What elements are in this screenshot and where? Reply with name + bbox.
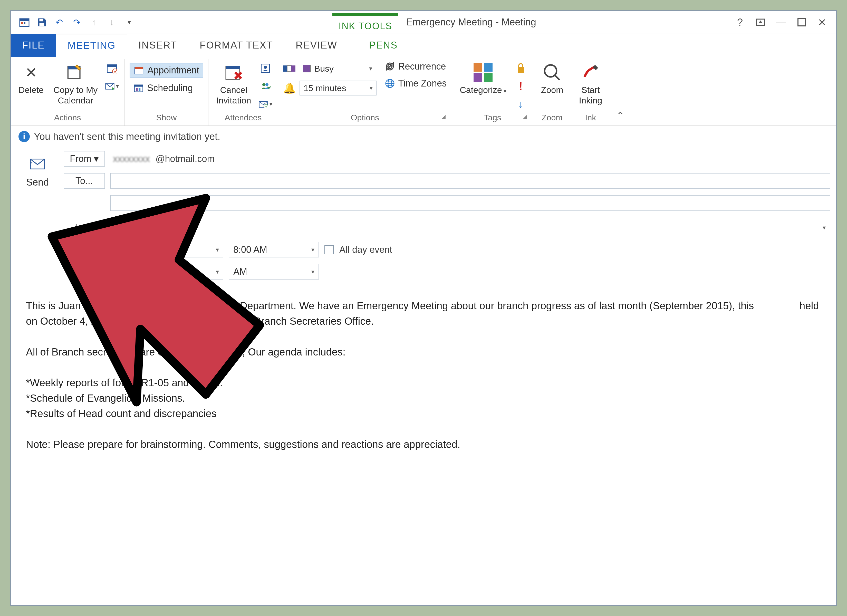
time-zones-button[interactable]: Time Zones	[385, 78, 447, 89]
group-zoom-label: Zoom	[539, 111, 566, 124]
svg-rect-7	[798, 19, 805, 26]
group-options-label[interactable]: Options	[283, 111, 447, 124]
redo-icon[interactable]: ↷	[71, 16, 83, 28]
show-as-value: Busy	[314, 64, 333, 74]
prev-item-icon: ↑	[88, 16, 100, 28]
end-time-combo[interactable]: AM▾	[229, 264, 319, 279]
from-account-domain: @hotmail.com	[155, 154, 215, 164]
cancel-invitation-icon	[223, 62, 244, 83]
info-icon: i	[18, 131, 30, 142]
subject-field[interactable]	[111, 195, 830, 211]
show-as-combo[interactable]: Busy ▾	[299, 61, 376, 76]
info-text: You haven't sent this meeting invitation…	[34, 131, 220, 142]
delete-button[interactable]: ✕ Delete	[16, 61, 46, 96]
group-ink-label: Ink	[577, 111, 605, 124]
svg-rect-30	[291, 65, 295, 72]
close-icon[interactable]: ✕	[816, 16, 829, 29]
group-options: Busy ▾ 🔔 15 minutes ▾	[278, 59, 452, 126]
from-account-blurred: xxxxxxxx	[111, 154, 150, 164]
categorize-icon	[473, 62, 493, 83]
scheduling-label: Scheduling	[147, 83, 193, 93]
svg-rect-11	[107, 65, 117, 67]
svg-point-34	[544, 65, 557, 77]
forward-mini-button[interactable]	[105, 79, 119, 93]
group-tags-label[interactable]: Tags	[457, 111, 528, 124]
to-button[interactable]: To...	[63, 173, 105, 189]
message-body[interactable]: This is Juan D. Smith Local Se f KHM Dep…	[17, 290, 830, 599]
undo-icon[interactable]: ↶	[53, 16, 65, 28]
zoom-icon	[542, 62, 562, 83]
calendar-mini-button[interactable]	[105, 61, 119, 75]
tab-meeting[interactable]: MEETING	[56, 34, 127, 57]
scheduling-icon	[133, 83, 144, 93]
svg-rect-1	[20, 19, 29, 21]
ink-tools-contextual-tab: INK TOOLS	[332, 13, 398, 32]
private-mini-button[interactable]	[514, 61, 528, 75]
svg-rect-21	[226, 66, 240, 69]
appointment-button[interactable]: Appointment	[130, 63, 203, 77]
svg-rect-2	[21, 22, 23, 24]
start-time-combo[interactable]: 8:00 AM▾	[229, 242, 319, 257]
low-importance-mini-button[interactable]: ↓	[514, 97, 528, 111]
svg-rect-19	[139, 88, 140, 91]
window-title: Emergency Meeting - Meeting	[406, 17, 536, 28]
recurrence-button[interactable]: Recurrence	[385, 61, 447, 72]
high-importance-mini-button[interactable]: !	[514, 79, 528, 93]
address-book-mini-button[interactable]	[258, 61, 273, 75]
qat-customize-icon[interactable]: ▾	[123, 16, 135, 28]
location-label: Location	[63, 222, 110, 233]
globe-icon	[385, 78, 395, 89]
tab-insert[interactable]: INSERT	[127, 34, 188, 57]
categorize-button[interactable]: Categorize	[457, 61, 509, 96]
zoom-button[interactable]: Zoom	[539, 61, 566, 96]
title-center: INK TOOLS Emergency Meeting - Meeting	[135, 13, 733, 32]
reminder-icon: 🔔	[283, 82, 296, 94]
copy-to-calendar-label: Copy to My Calendar	[53, 85, 97, 106]
location-combo[interactable]: ▾	[115, 220, 830, 235]
cancel-invitation-button[interactable]: Cancel Invitation	[214, 61, 254, 107]
end-date-combo[interactable]: ▾	[115, 264, 223, 279]
send-icon	[30, 158, 45, 172]
maximize-icon[interactable]	[795, 16, 808, 29]
response-options-mini-button[interactable]	[258, 97, 273, 111]
svg-rect-5	[40, 22, 44, 25]
tab-review[interactable]: REVIEW	[284, 34, 348, 57]
start-date-combo[interactable]: ▾	[115, 242, 223, 257]
copy-to-calendar-button[interactable]: Copy to My Calendar	[51, 61, 100, 107]
group-show-label: Show	[130, 111, 203, 124]
send-button[interactable]: Send	[17, 150, 58, 196]
tab-file[interactable]: FILE	[11, 34, 56, 57]
calendar-icon[interactable]	[18, 16, 30, 28]
collapse-ribbon-icon[interactable]: ⌃	[610, 105, 631, 126]
busy-swatch-icon	[303, 65, 311, 72]
all-day-checkbox[interactable]	[325, 245, 333, 254]
from-button[interactable]: From ▾	[63, 151, 105, 167]
scheduling-button[interactable]: Scheduling	[130, 81, 196, 95]
svg-point-25	[266, 83, 269, 86]
to-field[interactable]	[111, 173, 830, 189]
ribbon-tabs: FILE MEETING INSERT FORMAT TEXT REVIEW P…	[11, 34, 836, 57]
message-body-text: This is Juan D. Smith Local Se f KHM Dep…	[26, 300, 822, 450]
svg-point-23	[264, 66, 267, 69]
start-inking-button[interactable]: Start Inking	[577, 61, 605, 107]
categorize-label: Categorize	[460, 85, 506, 95]
info-bar: i You haven't sent this meeting invitati…	[11, 126, 836, 147]
reminder-combo[interactable]: 15 minutes ▾	[300, 81, 376, 96]
minimize-icon[interactable]: —	[775, 16, 788, 29]
help-icon[interactable]: ?	[733, 16, 747, 29]
delete-label: Delete	[18, 85, 44, 95]
cancel-invitation-label: Cancel Invitation	[216, 85, 251, 106]
recurrence-label: Recurrence	[398, 61, 446, 72]
start-time-label: Start time	[63, 244, 110, 255]
next-item-icon[interactable]: ↓	[106, 16, 118, 28]
ribbon-display-options-icon[interactable]	[754, 16, 767, 29]
recurrence-icon	[385, 61, 395, 72]
group-ink: Start Inking Ink	[571, 59, 610, 126]
check-names-mini-button[interactable]	[258, 79, 273, 93]
tab-format-text[interactable]: FORMAT TEXT	[188, 34, 284, 57]
send-label: Send	[26, 177, 49, 188]
quick-access-toolbar: ↶ ↷ ↑ ↓ ▾	[11, 16, 135, 28]
save-icon[interactable]	[36, 16, 48, 28]
tab-pens[interactable]: PENS	[348, 34, 418, 57]
svg-rect-4	[40, 19, 43, 21]
